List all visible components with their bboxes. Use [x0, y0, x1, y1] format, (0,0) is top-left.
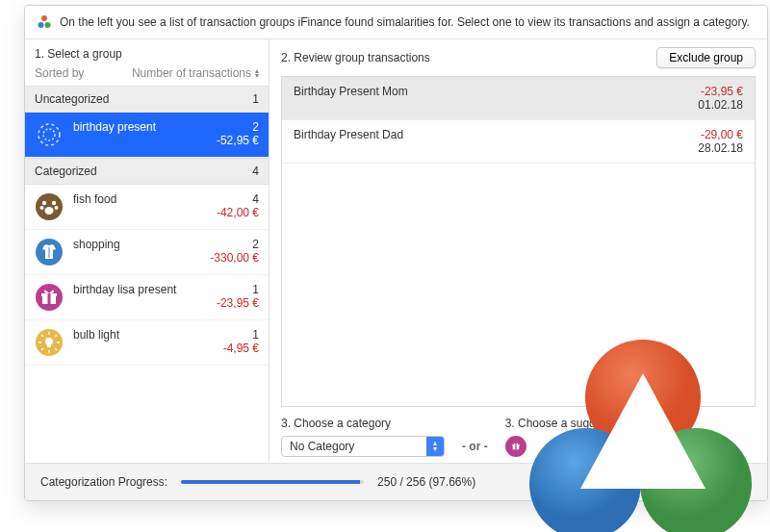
- svg-point-10: [45, 207, 54, 215]
- group-amount: -330,00 €: [210, 251, 259, 265]
- group-amount: -52,95 €: [217, 134, 259, 147]
- dashed-circle-icon: [35, 120, 64, 149]
- group-item-birthday-present[interactable]: birthday present 2 -52,95 €: [25, 113, 269, 158]
- group-amount: -4,95 €: [223, 342, 259, 355]
- svg-point-6: [42, 201, 46, 205]
- sort-dropdown[interactable]: Number of transactions ▴▾: [132, 66, 259, 80]
- footer: Categorization Progress: 250 / 256 (97.6…: [25, 463, 767, 500]
- group-count: 2: [252, 120, 259, 134]
- app-window: On the left you see a list of transactio…: [24, 5, 768, 501]
- group-text: birthday present: [73, 120, 182, 134]
- instruction-header: On the left you see a list of transactio…: [25, 6, 767, 39]
- svg-point-3: [38, 124, 60, 145]
- sidebar: 1. Select a group Sorted by Number of tr…: [25, 39, 270, 463]
- group-item-shopping[interactable]: shopping 2 -330,00 €: [25, 230, 269, 275]
- main-header: 2. Review group transactions Exclude gro…: [270, 39, 767, 76]
- choose-suggested-col: 3. Choose a suggested category: [505, 417, 672, 457]
- group-name: birthday present: [73, 120, 182, 134]
- group-name: bulb light: [73, 328, 182, 342]
- group-item-bulb-light[interactable]: bulb light 1 -4,95 €: [25, 320, 269, 366]
- exclude-group-button[interactable]: Exclude group: [656, 47, 756, 68]
- transaction-name: Birthday Present Dad: [294, 128, 403, 155]
- svg-point-4: [43, 129, 55, 140]
- select-stepper-icon: ▴▾: [426, 437, 444, 456]
- svg-point-26: [45, 338, 53, 345]
- section-header-uncategorized: Uncategorized 1: [25, 86, 269, 113]
- transaction-list: Birthday Present Mom -23,95 € 01.02.18 B…: [281, 76, 756, 407]
- gift-icon: [35, 283, 64, 312]
- progress-bar: [181, 480, 364, 484]
- choose-category-label: 3. Choose a category: [281, 417, 445, 430]
- group-count: 2: [252, 238, 259, 251]
- svg-point-9: [55, 206, 59, 210]
- main-columns: 1. Select a group Sorted by Number of tr…: [25, 39, 767, 463]
- choose-category-row: 3. Choose a category No Category ▴▾ - or…: [270, 407, 767, 463]
- group-amount: -42,00 €: [217, 206, 259, 219]
- group-amount: -23,95 €: [217, 296, 259, 310]
- sort-label: Sorted by: [35, 66, 84, 80]
- transaction-date: 28.02.18: [698, 141, 743, 155]
- svg-point-8: [40, 206, 44, 210]
- shirt-icon: [35, 238, 64, 266]
- bulb-icon: [35, 328, 64, 357]
- choose-category-col: 3. Choose a category No Category ▴▾: [281, 417, 445, 457]
- category-select[interactable]: No Category ▴▾: [281, 436, 445, 457]
- svg-rect-30: [515, 444, 516, 449]
- section-header-categorized: Categorized 4: [25, 158, 269, 185]
- sidebar-header: 1. Select a group Sorted by Number of tr…: [25, 39, 269, 86]
- main-panel: 2. Review group transactions Exclude gro…: [270, 39, 767, 463]
- or-label: - or -: [462, 440, 488, 457]
- sort-value-text: Number of transactions: [132, 66, 251, 80]
- transaction-amount: -23,95 €: [698, 85, 743, 98]
- gift-icon: [505, 436, 526, 457]
- transaction-row[interactable]: Birthday Present Mom -23,95 € 01.02.18: [282, 77, 755, 120]
- section-count: 1: [252, 92, 259, 106]
- svg-rect-16: [48, 293, 51, 304]
- group-item-fish-food[interactable]: fish food 4 -42,00 €: [25, 185, 269, 230]
- progress-fill: [181, 480, 360, 484]
- group-name: shopping: [73, 238, 182, 251]
- section-count: 4: [252, 165, 259, 178]
- instruction-text: On the left you see a list of transactio…: [60, 15, 750, 29]
- transaction-row[interactable]: Birthday Present Dad -29,00 € 28.02.18: [282, 120, 755, 164]
- group-count: 1: [252, 328, 259, 342]
- svg-rect-27: [47, 344, 51, 347]
- section-label: Uncategorized: [35, 92, 109, 106]
- transaction-amount: -29,00 €: [698, 128, 743, 141]
- main-title: 2. Review group transactions: [281, 51, 430, 64]
- svg-point-0: [41, 15, 47, 21]
- transaction-date: 01.02.18: [698, 98, 743, 112]
- group-meta: 2 -52,95 €: [192, 120, 259, 147]
- paw-icon: [35, 192, 64, 221]
- group-name: fish food: [73, 192, 182, 206]
- progress-label: Categorization Progress:: [40, 475, 167, 489]
- choose-suggested-label: 3. Choose a suggested category: [505, 417, 672, 430]
- category-select-value: No Category: [282, 440, 426, 453]
- app-logo-icon: [37, 14, 52, 30]
- group-count: 4: [252, 192, 259, 206]
- sort-row: Sorted by Number of transactions ▴▾: [35, 66, 259, 80]
- group-item-birthday-lisa[interactable]: birthday lisa present 1 -23,95 €: [25, 275, 269, 320]
- group-name: birthday lisa present: [73, 283, 182, 296]
- progress-text: 250 / 256 (97.66%): [377, 475, 475, 489]
- sidebar-title: 1. Select a group: [35, 47, 259, 61]
- suggested-category[interactable]: [505, 436, 672, 457]
- sort-chevrons-icon: ▴▾: [255, 68, 259, 78]
- transaction-name: Birthday Present Mom: [294, 85, 408, 112]
- svg-point-7: [52, 201, 56, 205]
- group-count: 1: [252, 283, 259, 296]
- svg-point-2: [45, 22, 51, 28]
- section-label: Categorized: [35, 165, 97, 178]
- svg-point-1: [38, 22, 44, 28]
